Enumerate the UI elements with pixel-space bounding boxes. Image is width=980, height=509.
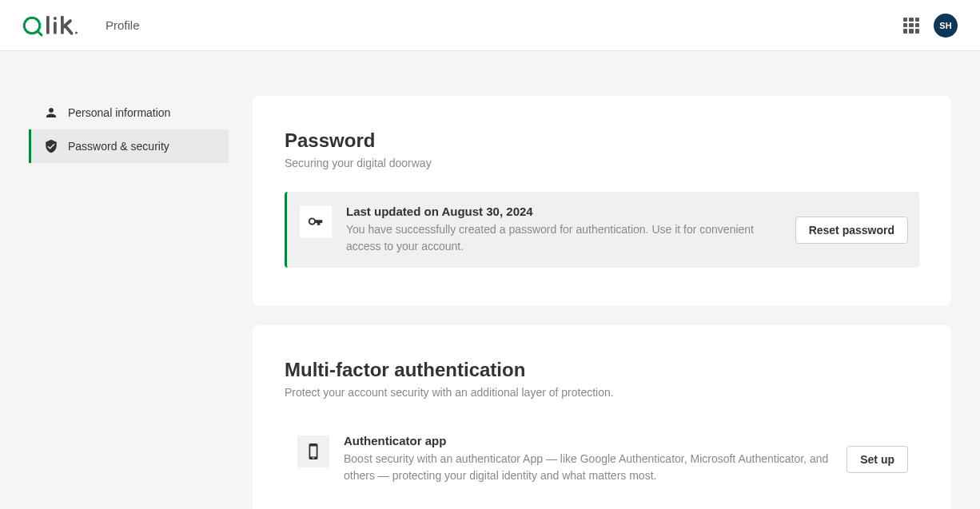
apps-grid-icon[interactable] (903, 18, 919, 34)
brand: Profile (22, 14, 140, 38)
mfa-title: Multi-factor authentication (285, 359, 919, 381)
svg-rect-3 (54, 22, 57, 34)
person-icon (44, 105, 58, 120)
setup-mfa-button[interactable]: Set up (847, 446, 908, 473)
shield-icon (44, 139, 58, 153)
qlik-logo (22, 14, 94, 38)
svg-point-8 (75, 31, 78, 34)
page-body: Personal information Password & security… (0, 51, 980, 509)
mfa-subtitle: Protect your account security with an ad… (285, 386, 919, 399)
svg-point-4 (54, 16, 57, 19)
main-content: Password Securing your digital doorway L… (253, 96, 951, 509)
key-icon (300, 206, 332, 238)
page-area-label: Profile (106, 18, 140, 32)
password-title: Password (285, 129, 919, 152)
svg-line-7 (65, 26, 71, 34)
password-status-content: Last updated on August 30, 2024 You have… (346, 205, 781, 255)
sidebar-item-label: Personal information (68, 106, 170, 119)
mfa-authenticator-row: Authenticator app Boost security with an… (285, 421, 919, 497)
password-status-desc: You have successfully created a password… (346, 221, 781, 255)
password-status-title: Last updated on August 30, 2024 (346, 205, 781, 218)
topbar: Profile SH (0, 0, 980, 51)
svg-line-1 (38, 30, 42, 34)
sidebar: Personal information Password & security (29, 96, 229, 509)
smartphone-icon (297, 435, 329, 467)
mfa-method-content: Authenticator app Boost security with an… (344, 434, 832, 484)
sidebar-item-personal-information[interactable]: Personal information (29, 96, 229, 129)
reset-password-button[interactable]: Reset password (795, 217, 908, 244)
mfa-method-desc: Boost security with an authenticator App… (344, 451, 832, 484)
password-card: Password Securing your digital doorway L… (253, 96, 951, 306)
sidebar-item-label: Password & security (68, 140, 169, 153)
mfa-method-title: Authenticator app (344, 434, 832, 447)
svg-rect-2 (46, 16, 50, 34)
mfa-card: Multi-factor authentication Protect your… (253, 325, 951, 509)
svg-rect-5 (61, 16, 64, 34)
sidebar-item-password-security[interactable]: Password & security (29, 129, 229, 163)
topbar-right: SH (903, 14, 958, 38)
password-subtitle: Securing your digital doorway (285, 157, 919, 169)
password-status-row: Last updated on August 30, 2024 You have… (285, 192, 919, 268)
avatar[interactable]: SH (934, 14, 958, 38)
